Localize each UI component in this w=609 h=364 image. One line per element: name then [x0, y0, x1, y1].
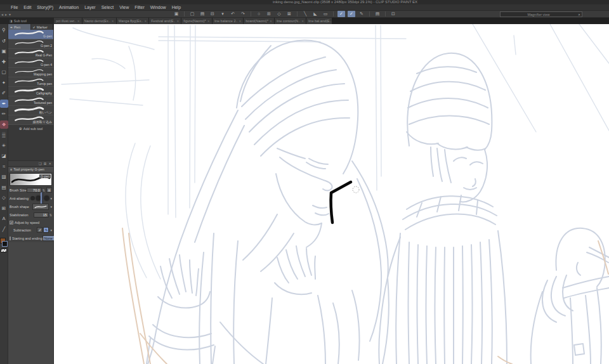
rotate-view-icon[interactable]: ⊡ — [390, 11, 397, 17]
subtool-panel-header[interactable]: ◨ Sub tool — [0, 18, 54, 24]
document-tab[interactable]: Manga 8pg(Ex..✕ — [117, 18, 150, 24]
close-icon[interactable]: ✕ — [577, 13, 582, 16]
chevron-down-icon[interactable]: ▾ — [50, 228, 52, 232]
nav-forward-icon[interactable]: ▸ — [5, 12, 7, 16]
close-tab-icon[interactable]: ✕ — [270, 20, 272, 23]
new-file-icon[interactable]: ▢ — [188, 11, 196, 17]
menu-animation[interactable]: Animation — [59, 5, 79, 10]
chevron-down-icon[interactable]: ▾ — [50, 197, 52, 200]
brush-item[interactable]: 線画取り込み — [8, 115, 53, 125]
tab-marker[interactable]: ✐ Marker — [31, 24, 54, 30]
brush-shape-preview[interactable] — [32, 204, 49, 210]
aa-weak-option[interactable] — [36, 196, 41, 200]
document-tab[interactable]: board(Naomi)*✕ — [244, 18, 275, 24]
eraser-tool-icon[interactable]: ◪ — [0, 152, 8, 160]
nav-back-icon[interactable]: ◂ — [1, 12, 3, 16]
select-layer-icon[interactable]: ⊞ — [265, 11, 273, 17]
tool-property-header[interactable]: ≡ Tool property G-pen — [8, 166, 53, 172]
open-file-icon[interactable]: ▤ — [199, 11, 206, 17]
aa-none-option[interactable] — [30, 196, 35, 200]
close-tab-icon[interactable]: ✕ — [77, 20, 80, 23]
brush-item[interactable]: G-pen 4 — [8, 58, 53, 68]
brush-item[interactable]: G-pen — [8, 30, 53, 39]
workspace-icon[interactable]: ▣ — [173, 11, 180, 17]
document-tab[interactable]: Naoto demo(Ex..✕ — [82, 18, 117, 24]
menu-layer[interactable]: Layer — [84, 5, 96, 10]
close-tab-icon[interactable]: ✕ — [144, 20, 147, 23]
material-icon[interactable]: ▤ — [374, 11, 381, 17]
close-tab-icon[interactable]: ✕ — [176, 20, 179, 23]
eyedropper-tool-icon[interactable]: ✐ — [0, 89, 8, 97]
correct-line-icon[interactable]: ✎ — [358, 11, 365, 17]
background-color-swatch[interactable] — [2, 241, 8, 247]
save-file-icon[interactable]: ⊟ — [209, 11, 216, 17]
stabilization-value[interactable]: 15 — [34, 212, 49, 218]
transparent-color-swatch[interactable] — [1, 249, 7, 252]
aa-strong-option[interactable] — [44, 196, 49, 200]
stabilization-stepper[interactable]: ⇅ — [49, 213, 52, 217]
brush-tool-icon[interactable]: ❖ — [0, 120, 8, 129]
document-tab[interactable]: pct illust.ver..✕ — [54, 18, 82, 24]
fill-tool-icon[interactable]: ▨ — [0, 172, 8, 181]
document-tab[interactable]: figure(Naomi)*✕ — [181, 18, 212, 24]
adjust-by-speed-checkbox[interactable]: ✓ — [10, 221, 13, 224]
brush-item[interactable]: Textured pen — [8, 96, 53, 106]
brush-item[interactable]: 粗いペン — [8, 106, 53, 115]
tab-pen[interactable]: ✒ Pen — [8, 24, 31, 30]
auto-select-tool-icon[interactable]: ✦ — [0, 79, 8, 87]
zoom-tool-icon[interactable]: ⚲ — [0, 26, 8, 34]
delete-subtool-icon[interactable]: ✕ — [48, 162, 51, 166]
start-end-checkbox[interactable] — [10, 237, 11, 240]
snap-line-icon[interactable]: ✓ — [348, 11, 355, 17]
rotate-tool-icon[interactable]: ↺ — [0, 37, 8, 45]
brush-item[interactable]: Turnip pen — [8, 77, 53, 87]
figure-tool-icon[interactable]: ◇ — [0, 193, 8, 202]
frame-border-icon[interactable]: ▭ — [322, 11, 329, 17]
brush-item[interactable]: Real G-Pen — [8, 49, 53, 58]
subtraction-off-option[interactable]: ✐ — [37, 227, 43, 233]
nav-menu-icon[interactable]: ▾ — [9, 12, 11, 16]
frame-tool-icon[interactable]: ⊞ — [0, 204, 8, 212]
subtraction-on-option[interactable]: ✎ — [43, 227, 49, 233]
operation-tool-icon[interactable]: ▣ — [0, 47, 8, 55]
invert-select-icon[interactable]: ◇ — [275, 11, 283, 17]
document-tab[interactable]: Festival and(E..✕ — [149, 18, 181, 24]
snap-pen-icon[interactable]: ✓ — [337, 11, 345, 17]
selection-tool-icon[interactable]: ▢ — [0, 68, 8, 76]
brush-item[interactable]: Calligraphy — [8, 87, 53, 96]
redo-icon[interactable]: ↷ — [239, 11, 247, 17]
document-tab[interactable]: line bal.and(E..✕ — [306, 18, 332, 24]
menu-edit[interactable]: Edit — [23, 5, 31, 10]
decoration-tool-icon[interactable]: ✳ — [0, 141, 8, 150]
brush-item[interactable]: Mapping pen — [8, 68, 53, 77]
menu-select[interactable]: Select — [102, 5, 114, 10]
document-tab[interactable]: line balance 2..✕ — [213, 18, 244, 24]
ruler-tool-icon[interactable]: ╱ — [0, 225, 8, 233]
document-tab[interactable]: line contour(N..✕ — [275, 18, 306, 24]
gradient-tool-icon[interactable]: ▤ — [0, 183, 8, 192]
undo-icon[interactable]: ↶ — [229, 11, 237, 17]
menu-view[interactable]: View — [119, 5, 129, 10]
menu-storyp[interactable]: Story(P) — [37, 5, 53, 10]
close-tab-icon[interactable]: ✕ — [239, 20, 242, 23]
close-tab-icon[interactable]: ✕ — [112, 20, 114, 23]
save-menu-icon[interactable]: ▾ — [219, 11, 226, 17]
toolbar-search-box[interactable]: Magnifier view ✕ — [500, 11, 582, 17]
duplicate-subtool-icon[interactable]: ⊞ — [44, 162, 47, 166]
snap-perspective-icon[interactable]: ◣ — [311, 11, 319, 17]
close-tab-icon[interactable]: ✕ — [207, 20, 210, 23]
snap-ruler-icon[interactable]: ╲ — [301, 11, 309, 17]
deselect-icon[interactable]: ○ — [255, 11, 263, 17]
menu-filter[interactable]: Filter — [134, 5, 145, 10]
pencil-tool-icon[interactable]: ✏ — [0, 110, 8, 118]
airbrush-tool-icon[interactable]: ▒ — [0, 131, 8, 139]
menu-file[interactable]: File — [11, 5, 18, 10]
menu-help[interactable]: Help — [172, 5, 181, 10]
add-subtool-button[interactable]: ⊕ Add sub tool — [8, 125, 53, 132]
move-layer-tool-icon[interactable]: ✚ — [0, 58, 8, 66]
crop-icon[interactable]: ⊠ — [285, 11, 293, 17]
blend-tool-icon[interactable]: ≈ — [0, 162, 8, 171]
chevron-down-icon[interactable]: ▾ — [50, 205, 52, 209]
close-tab-icon[interactable]: ✕ — [301, 20, 304, 23]
new-subtool-icon[interactable]: ❏ — [39, 162, 42, 166]
